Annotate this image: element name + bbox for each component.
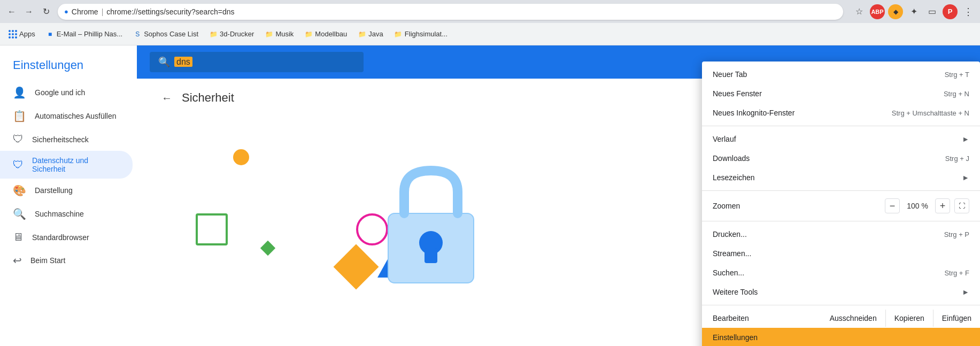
bookmark-musik[interactable]: 📁 Musik — [260, 28, 298, 41]
sidebar-item-search[interactable]: 🔍 Suchmaschine — [0, 202, 133, 226]
find-label: Suchen... — [713, 268, 744, 277]
zoom-plus-button[interactable]: + — [935, 198, 950, 213]
bookmark-sophos-label: Sophos Case List — [144, 30, 198, 38]
orange-circle-shape — [233, 149, 249, 165]
new-tab-label: Neuer Tab — [713, 70, 747, 79]
profile-button[interactable]: P — [943, 4, 958, 19]
menu-divider-1 — [702, 126, 980, 126]
menu-item-new-tab[interactable]: Neuer Tab Strg + T — [702, 65, 980, 84]
menu-item-settings[interactable]: Einstellungen — [702, 328, 980, 346]
sidebar-appearance-icon: 🎨 — [13, 184, 26, 197]
lock-illustration — [377, 155, 484, 288]
bookmarks-label: Lesezeichen — [713, 173, 755, 182]
sidebar-item-appearance[interactable]: 🎨 Darstellung — [0, 179, 133, 202]
bookmark-email[interactable]: ■ E-Mail – Phillip Nas... — [42, 28, 127, 41]
sophos-bm-icon: S — [133, 30, 142, 39]
address-divider: | — [102, 7, 104, 16]
yellow-extension-button[interactable]: ◆ — [888, 4, 903, 19]
new-window-label: Neues Fenster — [713, 89, 762, 98]
menu-item-bookmarks[interactable]: Lesezeichen ► — [702, 168, 980, 187]
reload-button[interactable]: ↻ — [38, 4, 53, 19]
sidebar-item-default-browser[interactable]: 🖥 Standardbrowser — [0, 226, 133, 249]
menu-divider-3 — [702, 221, 980, 221]
settings-label: Einstellungen — [713, 333, 758, 342]
folder-java-icon: 📁 — [358, 30, 366, 39]
edit-group: Ausschneiden Kopieren Einfügen — [821, 310, 980, 327]
sidebar-default-browser-label: Standardbrowser — [32, 233, 89, 242]
search-input[interactable]: dns — [174, 57, 192, 67]
bookmark-sophos[interactable]: S Sophos Case List — [129, 28, 203, 41]
sidebar-startup-icon: ↩ — [13, 254, 22, 267]
extensions-button[interactable]: ✦ — [906, 4, 921, 19]
downloads-label: Downloads — [713, 154, 750, 163]
back-button[interactable]: ← — [4, 4, 19, 19]
menu-item-history[interactable]: Verlauf ► — [702, 129, 980, 149]
page-title: Sicherheit — [182, 91, 234, 105]
context-menu: Neuer Tab Strg + T Neues Fenster Strg + … — [702, 61, 980, 346]
zoom-minus-button[interactable]: − — [885, 198, 900, 213]
zoom-control: − 100 % + ⛶ — [885, 198, 969, 213]
print-label: Drucken... — [713, 230, 747, 239]
folder-flighsim-icon: 📁 — [394, 30, 403, 39]
sidebar-search-icon: 🔍 — [13, 207, 26, 220]
nav-buttons: ← → ↻ — [4, 4, 53, 19]
sidebar-security-check-label: Sicherheitscheck — [32, 135, 89, 144]
sidebar-title: Einstellungen — [0, 54, 137, 81]
sidebar-item-privacy[interactable]: 🛡 Datenschutz und Sicherheit — [0, 151, 133, 179]
bookmarks-arrow: ► — [962, 173, 969, 182]
sidebar-item-startup[interactable]: ↩ Beim Start — [0, 249, 133, 272]
main-menu-button[interactable]: ⋮ — [961, 4, 976, 19]
orange-diamond-shape — [334, 244, 379, 290]
history-label: Verlauf — [713, 135, 736, 143]
menu-item-new-window[interactable]: Neues Fenster Strg + N — [702, 84, 980, 103]
apps-icon — [9, 30, 17, 39]
sidebar-startup-label: Beim Start — [30, 256, 65, 265]
email-bm-icon: ■ — [46, 30, 55, 39]
page-back-button[interactable]: ← — [158, 89, 175, 106]
sidebar-autofill-icon: 📋 — [13, 110, 26, 122]
bookmark-apps[interactable]: Apps — [4, 28, 40, 41]
history-arrow: ► — [962, 135, 969, 143]
incognito-label: Neues Inkognito-Fenster — [713, 109, 794, 117]
bookmark-star-button[interactable]: ☆ — [852, 4, 867, 19]
menu-item-print[interactable]: Drucken... Strg + P — [702, 225, 980, 244]
paste-button[interactable]: Einfügen — [933, 310, 980, 327]
search-highlight: dns — [174, 57, 192, 67]
sidebar-appearance-label: Darstellung — [35, 186, 73, 195]
bookmark-java[interactable]: 📁 Java — [353, 28, 387, 41]
address-bar[interactable]: ● Chrome | chrome://settings/security?se… — [58, 4, 843, 20]
abp-extension-button[interactable]: ABP — [870, 4, 885, 19]
zoom-expand-button[interactable]: ⛶ — [954, 198, 969, 213]
sidebar-item-google[interactable]: 👤 Google und ich — [0, 81, 133, 104]
sidebar-item-autofill[interactable]: 📋 Automatisches Ausfüllen — [0, 104, 133, 128]
folder-modellbau-icon: 📁 — [304, 30, 313, 39]
stream-label: Streamen... — [713, 249, 751, 258]
sidebar-item-security-check[interactable]: 🛡 Sicherheitscheck — [0, 128, 133, 151]
forward-button[interactable]: → — [21, 4, 36, 19]
sidebar-search-label: Suchmaschine — [35, 210, 84, 218]
cast-button[interactable]: ▭ — [924, 4, 939, 19]
sidebar-privacy-label: Datenschutz und Sicherheit — [32, 156, 120, 173]
menu-item-stream[interactable]: Streamen... — [702, 244, 980, 263]
zoom-value: 100 % — [904, 202, 931, 210]
incognito-shortcut: Strg + Umschalttaste + N — [892, 109, 969, 117]
menu-item-more-tools[interactable]: Weitere Tools ► — [702, 282, 980, 302]
bookmark-modellbau[interactable]: 📁 Modellbau — [300, 28, 351, 41]
bookmark-3d[interactable]: 📁 3d-Drucker — [205, 28, 258, 41]
more-tools-arrow: ► — [962, 288, 969, 296]
menu-item-find[interactable]: Suchen... Strg + F — [702, 263, 980, 282]
menu-item-downloads[interactable]: Downloads Strg + J — [702, 149, 980, 168]
find-shortcut: Strg + F — [944, 269, 969, 277]
edit-label: Bearbeiten — [702, 310, 760, 327]
sidebar-default-browser-icon: 🖥 — [13, 231, 24, 243]
bookmark-flighsim[interactable]: 📁 Flighsimulat... — [390, 28, 452, 41]
menu-item-incognito[interactable]: Neues Inkognito-Fenster Strg + Umschaltt… — [702, 103, 980, 122]
title-bar: ← → ↻ ● Chrome | chrome://settings/secur… — [0, 0, 980, 23]
sidebar-google-icon: 👤 — [13, 86, 26, 99]
search-input-wrapper[interactable]: 🔍 dns — [150, 52, 364, 72]
cut-button[interactable]: Ausschneiden — [821, 310, 885, 327]
green-diamond-shape — [260, 241, 275, 256]
browser-frame: ← → ↻ ● Chrome | chrome://settings/secur… — [0, 0, 980, 346]
security-icon: ● — [64, 7, 68, 16]
copy-button[interactable]: Kopieren — [885, 310, 933, 327]
